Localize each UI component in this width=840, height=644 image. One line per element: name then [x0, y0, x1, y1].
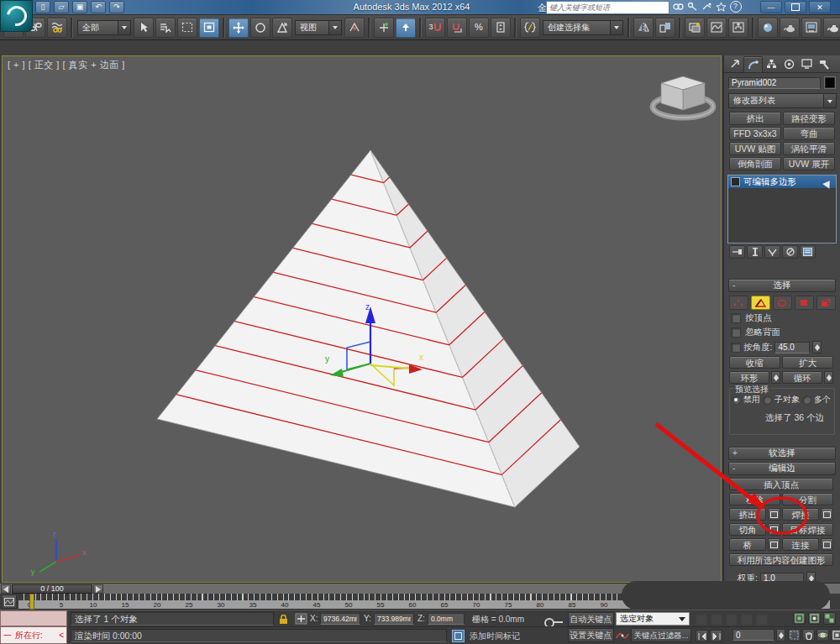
keyboard-shortcut-override-icon[interactable]: [396, 18, 416, 38]
grow-button[interactable]: 扩大: [782, 356, 833, 369]
auto-key-button[interactable]: 自动关键点: [568, 612, 614, 626]
rollout-soft-selection-header[interactable]: +软选择: [728, 447, 836, 460]
zoom-extents-selected-icon[interactable]: [808, 612, 821, 625]
bind-to-space-warp-icon[interactable]: [47, 18, 67, 38]
use-pivot-point-icon[interactable]: [344, 18, 365, 38]
tab-display[interactable]: [798, 56, 816, 71]
remove-modifier-icon[interactable]: [782, 245, 798, 259]
time-slider-frame-marker[interactable]: [29, 594, 34, 610]
subobject-edge-icon[interactable]: [751, 296, 770, 310]
communication-center-icon[interactable]: [701, 1, 713, 12]
bridge-button[interactable]: 桥: [729, 538, 766, 551]
preview-disable-radio[interactable]: [732, 395, 741, 405]
rectangular-selection-region-icon[interactable]: [177, 18, 197, 38]
add-time-tag[interactable]: 添加时间标记: [470, 631, 520, 642]
preview-multiple-radio[interactable]: [802, 395, 811, 405]
by-vertex-checkbox[interactable]: [731, 313, 741, 323]
tab-motion[interactable]: [780, 56, 798, 71]
modifier-preset-button[interactable]: UVW 贴图: [729, 142, 781, 155]
y-coordinate-field[interactable]: [374, 613, 414, 625]
connect-settings-button[interactable]: [821, 538, 833, 551]
pin-stack-icon[interactable]: [729, 245, 745, 259]
modifier-preset-button[interactable]: 弯曲: [783, 127, 835, 140]
selected-object-dropdown[interactable]: 选定对象: [616, 612, 690, 626]
bridge-settings-button[interactable]: [768, 538, 780, 551]
ring-button[interactable]: 环形: [729, 371, 769, 384]
playback-controls[interactable]: [696, 614, 768, 626]
maxscript-mini-recorder[interactable]: [0, 610, 67, 626]
object-name-field[interactable]: [728, 77, 821, 89]
configure-modifier-sets-icon[interactable]: [800, 245, 816, 259]
split-button[interactable]: 分割: [782, 493, 833, 505]
connect-button[interactable]: 连接: [782, 538, 819, 551]
pyramid-object[interactable]: [157, 150, 580, 507]
subobject-polygon-icon[interactable]: [795, 296, 814, 310]
absolute-mode-icon[interactable]: [295, 613, 307, 625]
chamfer-button[interactable]: 切角: [729, 523, 766, 536]
current-frame-field[interactable]: [732, 629, 774, 641]
goto-end-icon[interactable]: [710, 630, 722, 642]
maximize-button[interactable]: [785, 1, 806, 13]
select-and-manipulate-icon[interactable]: [374, 18, 394, 38]
modifier-list-dropdown[interactable]: 修改器列表: [728, 93, 837, 108]
curve-editor-icon[interactable]: [706, 18, 727, 38]
set-key-button[interactable]: 设置关键点: [568, 628, 614, 642]
redo-icon[interactable]: ↷: [109, 1, 124, 13]
loop-spinner[interactable]: [824, 371, 833, 384]
target-weld-button[interactable]: 目标焊接: [782, 523, 833, 536]
zoom-region-icon[interactable]: [788, 629, 801, 641]
stack-item-editable-poly[interactable]: 可编辑多边形: [728, 175, 836, 188]
selection-lock-icon[interactable]: [278, 613, 289, 624]
insert-vertex-button[interactable]: 插入顶点: [729, 478, 833, 490]
goto-start-icon[interactable]: [696, 630, 708, 642]
render-setup-icon[interactable]: [780, 18, 800, 38]
snaps-toggle-icon[interactable]: 3: [425, 18, 445, 38]
search-input[interactable]: [547, 3, 669, 12]
weld-settings-button[interactable]: [821, 508, 833, 521]
loop-button[interactable]: 循环: [782, 371, 822, 384]
align-icon[interactable]: [655, 18, 675, 38]
select-object-icon[interactable]: [134, 18, 154, 38]
frame-spinner[interactable]: [776, 629, 785, 641]
ignore-backfacing-checkbox[interactable]: [731, 327, 741, 338]
rollout-edit-edges-header[interactable]: -编辑边: [728, 462, 836, 475]
time-forward-button[interactable]: [93, 584, 103, 594]
extrude-button[interactable]: 挤出: [729, 508, 766, 521]
mirror-icon[interactable]: [633, 18, 654, 38]
select-by-name-icon[interactable]: [155, 18, 176, 38]
named-selection-sets-dropdown[interactable]: 创建选择集: [543, 20, 623, 35]
undo-icon[interactable]: ↶: [91, 1, 106, 13]
orbit-icon[interactable]: [816, 629, 829, 641]
time-slider-handle[interactable]: 0 / 100: [12, 584, 92, 594]
by-angle-spinner[interactable]: [812, 341, 822, 353]
zoom-extents-all-icon[interactable]: [823, 612, 836, 625]
x-coordinate-field[interactable]: [320, 613, 360, 625]
rendered-frame-window-icon[interactable]: [801, 18, 822, 38]
shrink-button[interactable]: 收缩: [729, 356, 780, 369]
by-angle-checkbox[interactable]: [731, 343, 741, 353]
open-mini-curve-editor-button[interactable]: [2, 594, 17, 609]
zoom-extents-icon[interactable]: [793, 612, 806, 625]
angle-snap-icon[interactable]: [447, 18, 467, 38]
create-shape-button[interactable]: 利用所选内容创建图形: [729, 553, 833, 566]
by-angle-field[interactable]: [774, 342, 810, 353]
rollout-selection-header[interactable]: -选择: [728, 279, 836, 292]
reference-coordinate-dropdown[interactable]: 视图: [295, 20, 342, 35]
selection-filter-dropdown[interactable]: 全部: [77, 20, 131, 35]
remove-button[interactable]: 移除: [729, 493, 780, 505]
pan-hand-icon[interactable]: [802, 629, 815, 641]
percent-snap-icon[interactable]: %: [469, 18, 489, 38]
close-button[interactable]: ✕: [809, 1, 831, 13]
help-icon[interactable]: ?: [729, 1, 742, 12]
time-back-button[interactable]: [1, 584, 11, 594]
subobject-border-icon[interactable]: [773, 296, 792, 310]
modifier-preset-button[interactable]: 倒角剖面: [729, 157, 781, 170]
layer-manager-icon[interactable]: [685, 18, 705, 38]
favorites-star-icon[interactable]: [715, 1, 727, 12]
material-editor-icon[interactable]: [758, 18, 778, 38]
weld-button[interactable]: 焊接: [782, 508, 819, 521]
minimize-button[interactable]: —: [760, 1, 782, 13]
tab-create[interactable]: [726, 56, 743, 71]
schematic-view-icon[interactable]: [728, 18, 748, 38]
new-scene-icon[interactable]: ▯: [35, 1, 50, 13]
